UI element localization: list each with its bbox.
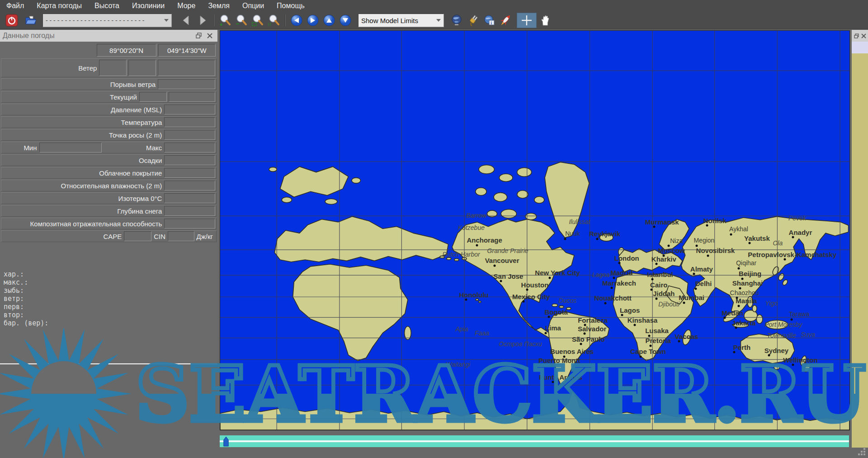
- city-dot: [693, 273, 695, 275]
- field-value: [164, 117, 215, 127]
- city-label: Perth: [733, 343, 750, 351]
- city-label: Istanbul: [647, 271, 673, 278]
- city-label: Medan: [722, 309, 743, 316]
- zoom-out-button[interactable]: −: [234, 13, 249, 28]
- menu-item-1[interactable]: Файл: [0, 0, 30, 12]
- power-button[interactable]: [4, 13, 19, 28]
- panel-row-single: Осадки: [1, 154, 217, 166]
- globe-info-button[interactable]: i: [481, 13, 497, 28]
- field-label: Изотерма 0°C: [116, 195, 164, 202]
- city-label: Marrakech: [602, 279, 636, 286]
- city-label: Reykjavik: [589, 230, 620, 238]
- pan-left-button[interactable]: [289, 13, 304, 28]
- current-value-1: [139, 92, 167, 102]
- menu-item-6[interactable]: Земля: [202, 0, 236, 12]
- city-label: Faaa: [475, 329, 489, 337]
- city-label: Grande Prairie: [487, 247, 528, 254]
- city-label: Salvador: [578, 324, 606, 332]
- wind-value-1: [99, 60, 127, 76]
- city-label: Ola: [773, 239, 783, 247]
- scale-panel-title-bar[interactable]: [852, 30, 868, 42]
- plug-button[interactable]: [465, 13, 481, 28]
- city-label: Kinshasa: [627, 316, 658, 324]
- pan-down-button[interactable]: [338, 13, 353, 28]
- city-label: Beijing: [739, 270, 761, 277]
- city-dot: [655, 263, 657, 265]
- city-label: Yigo: [765, 300, 778, 307]
- longitude-value: 049°14'30"W: [158, 44, 216, 57]
- pan-right-button[interactable]: [305, 13, 321, 28]
- menu-item-4[interactable]: Изолинии: [126, 0, 171, 12]
- menu-item-3[interactable]: Высота: [88, 0, 126, 12]
- prev-button[interactable]: [179, 13, 194, 28]
- city-dot: [610, 287, 613, 289]
- pan-up-button[interactable]: [321, 13, 337, 28]
- model-limits-value: Show Model Limits: [361, 17, 418, 24]
- close-panel-icon[interactable]: [861, 33, 866, 38]
- city-label: Ducos: [559, 297, 577, 304]
- file-combo[interactable]: - - - - - - - - - - - - - - - - - - - - …: [42, 14, 172, 27]
- world-map[interactable]: BarrowKotzebueAnchorageDutch HarborGrand…: [220, 30, 850, 430]
- city-dot: [738, 267, 740, 269]
- next-button[interactable]: [195, 13, 210, 28]
- svg-text:+: +: [220, 22, 222, 27]
- city-dot: [724, 317, 726, 319]
- field-label: Давление (MSL): [108, 106, 164, 114]
- city-dot: [547, 316, 550, 318]
- wind-value-2: [128, 60, 156, 76]
- city-label: São Paulo: [572, 335, 605, 343]
- rocket-button[interactable]: [498, 13, 513, 28]
- sun-horizon: [31, 361, 96, 394]
- float-panel-icon[interactable]: [854, 33, 859, 38]
- menu-item-2[interactable]: Карта погоды: [30, 0, 88, 12]
- city-dot: [500, 280, 502, 282]
- hand-button[interactable]: [538, 13, 553, 28]
- city-label: Lagos: [620, 306, 640, 314]
- panel-row-cape: CAPECINДж/кг: [1, 230, 217, 242]
- field-value: [164, 155, 215, 165]
- city-label: Madrid: [611, 269, 633, 277]
- zoom-select-button[interactable]: [250, 13, 265, 28]
- panel-row-single27: Порывы ветра: [1, 78, 217, 90]
- timeline-track: [220, 440, 849, 442]
- svg-text:i: i: [491, 21, 492, 25]
- panel-title-bar[interactable]: Данные погоды: [0, 30, 217, 42]
- scale-panel: [852, 30, 868, 448]
- globe-button[interactable]: [449, 13, 464, 28]
- scale-panel-header: [852, 42, 868, 53]
- scale-panel-body: [852, 53, 868, 448]
- cape-value: [124, 231, 151, 241]
- city-dot: [526, 289, 528, 291]
- city-label: Apia: [456, 325, 468, 333]
- city-dot: [634, 324, 636, 326]
- field-label: Осадки: [137, 157, 164, 164]
- city-dot: [748, 242, 750, 244]
- model-limits-combo[interactable]: Show Model Limits: [358, 14, 444, 27]
- city-label: Moscow: [658, 247, 684, 254]
- resize-grip[interactable]: [857, 447, 866, 456]
- svg-text:−: −: [236, 20, 240, 27]
- city-label: Buenos Aires: [550, 348, 594, 355]
- city-dot: [695, 287, 697, 290]
- zoom-in-button[interactable]: +: [217, 13, 233, 28]
- crosshair-button[interactable]: [517, 13, 537, 28]
- zoom-all-button[interactable]: ∷: [266, 13, 282, 28]
- panel-row-single: Точка росы (2 m): [1, 129, 217, 141]
- menu-item-5[interactable]: Море: [171, 0, 202, 12]
- float-panel-icon[interactable]: [196, 33, 202, 39]
- open-file-button[interactable]: [23, 13, 38, 28]
- timeline-handle[interactable]: [223, 436, 231, 447]
- latitude-value: 89°00'20"N: [97, 44, 156, 57]
- menu-item-8[interactable]: Помощь: [270, 0, 311, 12]
- menu-item-7[interactable]: Опции: [236, 0, 270, 12]
- timeline-bar[interactable]: [220, 435, 849, 447]
- city-dot: [551, 364, 553, 367]
- city-dot: [549, 277, 551, 279]
- panel-row-current: Текущий: [1, 91, 217, 103]
- close-panel-icon[interactable]: [207, 33, 213, 39]
- city-label: Cairo: [650, 281, 667, 288]
- city-dot: [733, 351, 736, 353]
- max-value: [164, 143, 215, 153]
- city-label: Megion: [693, 237, 714, 244]
- field-label: Относительная влажность (2 m): [59, 182, 165, 190]
